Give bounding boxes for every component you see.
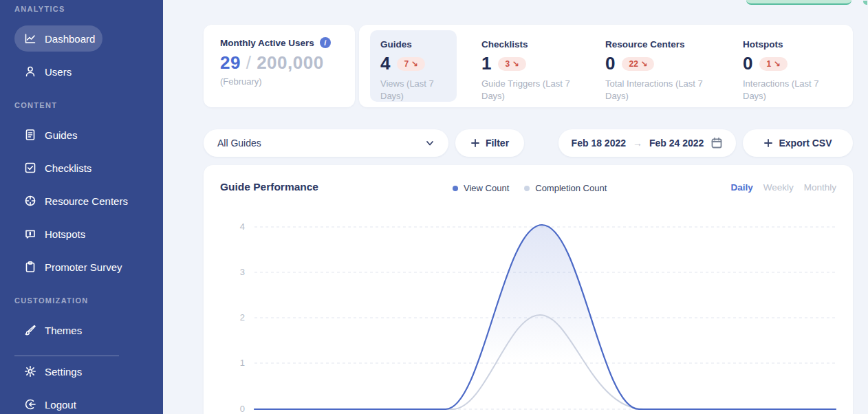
guide-select-dropdown[interactable]: All Guides (204, 129, 448, 157)
sidebar-section-content: CONTENT (14, 101, 57, 109)
sidebar-item-hotspots[interactable]: Hotspots (14, 221, 95, 247)
y-tick-label: 0 (240, 404, 245, 414)
stat-tile-guides[interactable]: Guides 4 7 ↘ Views (Last 7 Days) (370, 30, 457, 102)
stat-subtitle: Guide Triggers (Last 7 Days) (481, 78, 588, 102)
sidebar-item-label: Logout (45, 399, 76, 411)
guide-banner-remnant (746, 0, 851, 5)
sidebar-item-label: Promoter Survey (45, 261, 122, 273)
sidebar-item-guides[interactable]: Guides (14, 122, 87, 148)
sidebar-item-dashboard[interactable]: Dashboard (14, 25, 102, 52)
sidebar-item-settings[interactable]: Settings (14, 358, 91, 384)
filter-button[interactable]: Filter (455, 129, 524, 157)
sidebar-item-label: Checklists (45, 162, 91, 174)
mau-period: (February) (220, 76, 355, 87)
stat-value: 0 (743, 53, 752, 74)
checkbox-icon (24, 162, 36, 174)
sidebar-item-users[interactable]: Users (14, 58, 81, 85)
date-end: Feb 24 2022 (649, 138, 704, 149)
gear-icon (24, 365, 36, 378)
sidebar-divider (14, 356, 119, 356)
stat-title: Guides (380, 39, 457, 50)
stat-value: 4 (380, 53, 390, 74)
stats-tiles-card: Guides 4 7 ↘ Views (Last 7 Days) Checkli… (359, 25, 853, 107)
y-tick-label: 2 (240, 312, 245, 323)
sidebar-item-themes[interactable]: Themes (14, 317, 91, 343)
guide-select-value: All Guides (217, 138, 261, 149)
trend-badge: 7 ↘ (397, 57, 424, 71)
sidebar-item-promoter-survey[interactable]: Promoter Survey (14, 254, 132, 280)
guide-performance-card: Guide Performance View Count Completion … (204, 165, 853, 414)
y-tick-label: 4 (240, 221, 245, 232)
date-start: Feb 18 2022 (572, 138, 626, 149)
view-count-area (254, 225, 836, 409)
calendar-icon (710, 137, 723, 149)
arrow-right-icon (633, 138, 642, 149)
trend-badge: 3 ↘ (498, 57, 525, 71)
stat-value: 1 (481, 53, 491, 74)
stat-title: Resource Centers (605, 39, 726, 50)
sidebar-item-resource-centers[interactable]: Resource Centers (14, 188, 138, 214)
y-tick-label: 1 (240, 358, 245, 368)
sidebar-section-analytics: ANALYTICS (14, 5, 65, 13)
paintbrush-icon (24, 324, 36, 336)
sidebar-item-label: Dashboard (45, 33, 95, 45)
life-buoy-icon (24, 195, 36, 207)
stat-subtitle: Views (Last 7 Days) (380, 78, 446, 102)
sidebar-item-label: Themes (45, 325, 82, 336)
sidebar-item-label: Resource Centers (45, 195, 128, 207)
plus-icon (763, 138, 773, 148)
trend-badge: 1 ↘ (759, 57, 787, 71)
mau-title: Monthly Active Users (220, 38, 314, 48)
chevron-down-icon (425, 138, 435, 148)
tooltip-icon (24, 228, 36, 240)
stat-tile-hotspots[interactable]: Hotspots 0 1 ↘ Interactions (Last 7 Days… (743, 39, 839, 102)
mau-card: Monthly Active Users 29 / 200,000 (Febru… (204, 25, 355, 107)
sidebar-item-label: Users (45, 66, 72, 78)
user-icon (24, 65, 36, 78)
stat-subtitle: Total Interactions (Last 7 Days) (605, 78, 726, 102)
logout-icon (24, 398, 36, 411)
sidebar-item-label: Guides (45, 129, 78, 141)
stat-title: Checklists (481, 39, 588, 50)
sidebar-item-label: Settings (45, 366, 82, 378)
filter-button-label: Filter (486, 138, 509, 149)
date-range-picker[interactable]: Feb 18 2022 Feb 24 2022 (558, 129, 736, 157)
stat-tile-resource-centers[interactable]: Resource Centers 0 22 ↘ Total Interactio… (605, 39, 726, 102)
export-csv-label: Export CSV (779, 138, 832, 149)
stat-value: 0 (605, 53, 615, 74)
sidebar-item-logout[interactable]: Logout (14, 391, 86, 414)
export-csv-button[interactable]: Export CSV (743, 129, 853, 157)
stat-title: Hotspots (743, 39, 839, 50)
y-tick-label: 3 (240, 267, 245, 277)
plus-icon (470, 138, 480, 148)
banner-close-remnant (863, 1, 867, 5)
mau-current-value: 29 (220, 52, 241, 73)
sidebar-item-label: Hotspots (45, 228, 85, 240)
document-icon (24, 129, 36, 141)
info-icon[interactable] (320, 37, 331, 48)
chart-line-icon (24, 32, 36, 45)
clipboard-icon (24, 261, 36, 273)
sidebar-item-checklists[interactable]: Checklists (14, 155, 101, 181)
stat-tile-checklists[interactable]: Checklists 1 3 ↘ Guide Triggers (Last 7 … (481, 39, 588, 102)
stat-subtitle: Interactions (Last 7 Days) (743, 78, 839, 102)
sidebar-section-customization: CUSTOMIZATION (14, 296, 89, 305)
trend-badge: 22 ↘ (622, 57, 654, 71)
mau-separator: / (246, 52, 252, 73)
performance-chart: 4 3 2 1 0 (204, 165, 853, 414)
sidebar: ANALYTICS Dashboard Users CONTENT Guides… (0, 0, 163, 414)
mau-limit-value: 200,000 (257, 52, 323, 73)
